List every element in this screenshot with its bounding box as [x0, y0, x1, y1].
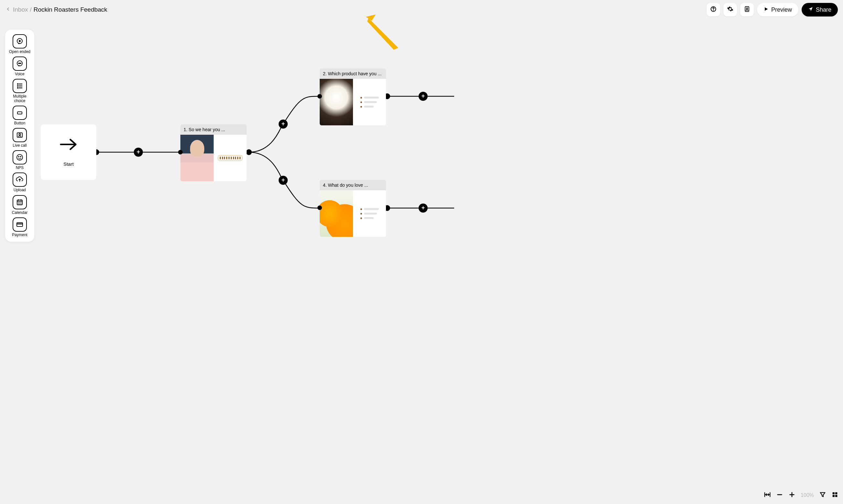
- start-arrow-icon: [59, 138, 77, 152]
- tool-label: Button: [14, 121, 25, 125]
- layout-icon: [831, 491, 839, 500]
- nps-scale-icon: [218, 155, 242, 161]
- voice-icon: [13, 56, 27, 71]
- live-call-icon: [13, 128, 27, 142]
- zoom-out-button[interactable]: [776, 491, 783, 500]
- send-icon: [808, 6, 813, 13]
- edges-layer: + + + + +: [0, 0, 843, 504]
- toolbox: Open ended Voice Multiple choice Button …: [5, 30, 34, 242]
- svg-text:+: +: [421, 204, 425, 211]
- calendar-icon: [13, 195, 27, 209]
- zoom-level: 100%: [801, 492, 814, 498]
- tool-live-call[interactable]: Live call: [13, 128, 27, 148]
- multiple-choice-icon: [13, 79, 27, 93]
- node-1-input-port[interactable]: [178, 150, 182, 155]
- tool-open-ended[interactable]: Open ended: [9, 34, 30, 54]
- tool-upload[interactable]: Upload: [13, 173, 27, 192]
- node-4[interactable]: 4. What do you love ...: [320, 180, 386, 237]
- settings-button[interactable]: [723, 3, 737, 17]
- svg-point-27: [279, 120, 288, 129]
- svg-point-29: [279, 176, 288, 185]
- filter-icon: [819, 491, 826, 500]
- node-4-title: 4. What do you love ...: [320, 180, 386, 190]
- node-1-title: 1. So we hear you ...: [180, 124, 247, 135]
- tool-label: Open ended: [9, 50, 30, 54]
- svg-point-19: [18, 156, 19, 157]
- list-icon: [361, 96, 379, 108]
- svg-rect-43: [835, 495, 837, 497]
- svg-point-9: [18, 63, 19, 64]
- svg-text:+: +: [282, 177, 285, 183]
- svg-point-38: [419, 203, 428, 213]
- node-1[interactable]: 1. So we hear you ...: [180, 124, 247, 181]
- node-2-thumbnail: [320, 79, 353, 125]
- contact-icon: [744, 6, 750, 14]
- svg-point-31: [246, 149, 252, 155]
- start-node[interactable]: Start: [41, 124, 96, 180]
- filter-button[interactable]: [819, 491, 826, 500]
- svg-rect-41: [835, 492, 837, 494]
- tool-payment[interactable]: Payment: [12, 217, 27, 237]
- header: Inbox / Rockin Roasters Feedback Preview: [0, 0, 843, 19]
- tool-label: Upload: [14, 188, 26, 192]
- preview-button[interactable]: Preview: [757, 3, 798, 17]
- svg-point-3: [747, 8, 748, 9]
- svg-point-11: [20, 63, 21, 64]
- tool-nps[interactable]: NPS: [13, 150, 27, 170]
- node-2-input-port[interactable]: [317, 94, 322, 98]
- bottom-controls: 100%: [764, 491, 839, 500]
- svg-text:+: +: [421, 93, 425, 99]
- svg-rect-42: [833, 495, 835, 497]
- svg-text:+: +: [137, 149, 140, 155]
- nps-icon: [13, 150, 27, 164]
- node-4-input-port[interactable]: [317, 205, 322, 210]
- svg-rect-40: [833, 492, 835, 494]
- node-2[interactable]: 2. Which product have you ...: [320, 69, 386, 125]
- help-icon: [710, 6, 717, 14]
- tool-label: Calendar: [12, 211, 28, 215]
- breadcrumb-slash: /: [30, 6, 31, 13]
- fit-width-button[interactable]: [764, 491, 771, 500]
- tool-calendar[interactable]: Calendar: [12, 195, 28, 215]
- svg-text:+: +: [282, 121, 285, 127]
- button-icon: [13, 106, 27, 120]
- tool-button[interactable]: Button: [13, 106, 27, 125]
- list-icon: [361, 208, 379, 219]
- node-4-widget: [353, 190, 386, 237]
- share-button[interactable]: Share: [802, 3, 838, 17]
- layout-button[interactable]: [831, 491, 839, 500]
- node-2-body: [320, 79, 386, 125]
- node-1-thumbnail: [180, 135, 214, 181]
- svg-point-18: [17, 155, 23, 160]
- share-label: Share: [816, 6, 831, 13]
- svg-point-17: [19, 133, 21, 135]
- breadcrumb-inbox[interactable]: Inbox: [13, 6, 28, 13]
- tool-label: Live call: [13, 143, 27, 148]
- svg-point-7: [19, 40, 20, 42]
- open-ended-icon: [13, 34, 27, 49]
- canvas[interactable]: + + + + + Start 1. So we hear you ...: [0, 0, 843, 504]
- tool-label: NPS: [16, 166, 24, 170]
- svg-point-20: [20, 156, 21, 157]
- tool-voice[interactable]: Voice: [13, 56, 27, 76]
- svg-rect-22: [17, 222, 23, 227]
- gear-icon: [727, 6, 734, 14]
- tool-label: Payment: [12, 233, 27, 237]
- node-2-widget: [353, 79, 386, 125]
- contact-button[interactable]: [740, 3, 754, 17]
- back-icon[interactable]: [5, 6, 11, 14]
- breadcrumb: Inbox / Rockin Roasters Feedback: [5, 6, 107, 14]
- help-button[interactable]: [707, 3, 720, 17]
- zoom-in-button[interactable]: [788, 491, 795, 500]
- minus-icon: [776, 491, 783, 500]
- header-actions: Preview Share: [707, 3, 838, 17]
- svg-rect-15: [17, 112, 22, 114]
- node-2-title: 2. Which product have you ...: [320, 69, 386, 79]
- svg-point-34: [419, 92, 428, 101]
- play-icon: [763, 6, 769, 13]
- tool-multiple-choice[interactable]: Multiple choice: [7, 79, 32, 103]
- node-4-thumbnail: [320, 190, 353, 237]
- node-1-body: [180, 135, 247, 181]
- plus-icon: [788, 491, 795, 500]
- svg-point-25: [134, 148, 143, 157]
